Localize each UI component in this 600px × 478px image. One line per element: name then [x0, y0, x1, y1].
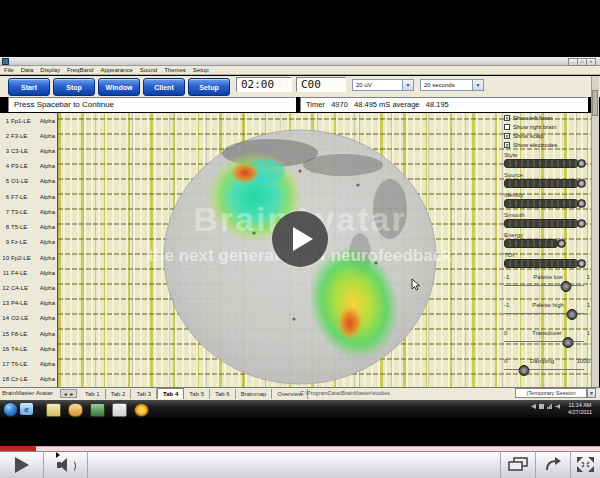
chevron-down-icon[interactable]: ▼	[587, 388, 596, 398]
taskbar-app-icon[interactable]	[90, 403, 105, 417]
channel-label: O2-LE	[11, 315, 35, 321]
channel-row[interactable]: 1Fp1-LEAlpha	[0, 113, 57, 128]
slider-knob[interactable]	[577, 179, 586, 188]
checkbox-show-electrodes[interactable]: ✕Show electrodes	[504, 140, 590, 149]
menu-sound[interactable]: Sound	[140, 67, 157, 73]
range-slider-palette-low[interactable]: -1Palette low1	[504, 274, 590, 297]
taskbar-clock[interactable]: 11:14 AM 4/27/2011	[562, 402, 598, 416]
amplitude-select[interactable]: 20 uV ▼	[352, 79, 414, 91]
menu-appearance[interactable]: Appearance	[100, 67, 132, 73]
slider-label: Identify	[504, 192, 523, 198]
tab-3[interactable]: Tab 3	[131, 389, 157, 399]
range-slider-palette-high[interactable]: -1Palette high1	[504, 302, 590, 325]
menubar: File Data Display FreqBand Appearance So…	[0, 66, 600, 75]
range-track[interactable]	[504, 313, 584, 314]
slider-track[interactable]	[504, 159, 578, 168]
volume-button[interactable]	[44, 451, 88, 478]
range-track[interactable]	[504, 369, 584, 370]
checkbox-icon[interactable]: ✕	[504, 142, 510, 148]
range-slider-damping[interactable]: 0Damping1000	[504, 358, 590, 381]
range-slider-transducer[interactable]: 0Transducer1	[504, 330, 590, 353]
channel-row[interactable]: 4P3-LEAlpha	[0, 159, 57, 174]
setup-button[interactable]: Setup	[188, 78, 230, 96]
slider-track[interactable]	[504, 179, 578, 188]
taskbar-app-icon[interactable]	[112, 403, 127, 417]
channel-number: 5	[2, 178, 9, 184]
play-overlay-button[interactable]	[272, 211, 328, 267]
channel-row[interactable]: 5O1-LEAlpha	[0, 174, 57, 189]
taskbar-app-icon[interactable]	[46, 403, 61, 417]
range-knob[interactable]	[567, 309, 578, 320]
tab-2[interactable]: Tab 2	[106, 389, 132, 399]
client-button[interactable]: Client	[143, 78, 185, 96]
chevron-down-icon[interactable]: ▼	[472, 80, 483, 90]
tray-app-icon[interactable]	[539, 404, 544, 409]
menu-display[interactable]: Display	[40, 67, 60, 73]
menu-setup[interactable]: Setup	[193, 67, 209, 73]
start-button[interactable]: Start	[8, 78, 50, 96]
channel-number: 3	[2, 148, 9, 154]
checkbox-show-left-brain[interactable]: ✕Show left brain	[504, 113, 590, 122]
slider-knob[interactable]	[577, 159, 586, 168]
range-track[interactable]	[504, 285, 584, 286]
channel-row[interactable]: 13P4-LEAlpha	[0, 296, 57, 311]
window-button[interactable]: Window	[98, 78, 140, 96]
stop-button[interactable]: Stop	[53, 78, 95, 96]
range-track[interactable]	[504, 341, 584, 342]
channel-number: 13	[2, 300, 9, 306]
internet-explorer-icon[interactable]: e	[20, 403, 33, 415]
pip-button[interactable]	[500, 451, 535, 478]
tab-brainmap[interactable]: Brainmap	[236, 389, 273, 399]
close-icon[interactable]: ✕	[586, 58, 596, 66]
channel-band: Alpha	[40, 163, 55, 169]
tab-scroll-arrows[interactable]: ◄ ►	[60, 389, 77, 398]
taskbar-app-icon[interactable]	[68, 403, 83, 417]
scrollbar-thumb[interactable]	[592, 90, 598, 116]
mode-display: C00	[296, 77, 346, 92]
channel-row[interactable]: 16T4-LEAlpha	[0, 341, 57, 356]
range-max: 1	[587, 330, 590, 336]
tab-4-active[interactable]: Tab 4	[157, 388, 184, 399]
channel-row[interactable]: 17T6-LEAlpha	[0, 357, 57, 372]
share-button[interactable]	[535, 451, 570, 478]
menu-themes[interactable]: Themes	[164, 67, 186, 73]
checkbox-icon[interactable]: ✕	[504, 115, 510, 121]
channel-row[interactable]: 18Cz-LEAlpha	[0, 372, 57, 387]
start-orb-icon[interactable]	[3, 402, 18, 417]
menu-file[interactable]: File	[4, 67, 14, 73]
timebase-select[interactable]: 20 seconds ▼	[420, 79, 484, 91]
tab-6[interactable]: Tab 6	[210, 389, 236, 399]
network-signal-icon[interactable]	[547, 404, 552, 409]
taskbar-app-icon[interactable]	[134, 403, 149, 417]
channel-band: Alpha	[40, 315, 55, 321]
channel-row[interactable]: 12C4-LEAlpha	[0, 280, 57, 295]
channel-row[interactable]: 11F4-LEAlpha	[0, 265, 57, 280]
checkbox-label: Show left brain	[513, 115, 553, 121]
checkbox-icon[interactable]: ✕	[504, 133, 510, 139]
chevron-down-icon[interactable]: ▼	[402, 80, 413, 90]
menu-data[interactable]: Data	[21, 67, 34, 73]
checkbox-show-right-brain[interactable]: Show right brain	[504, 122, 590, 131]
tray-speaker-icon[interactable]	[555, 404, 560, 409]
range-knob[interactable]	[519, 365, 530, 376]
range-knob[interactable]	[563, 337, 574, 348]
fullscreen-button[interactable]	[570, 451, 600, 478]
slider-style[interactable]: Style	[504, 152, 590, 169]
slider-source[interactable]: Source	[504, 172, 590, 189]
channel-row[interactable]: 3C3-LEAlpha	[0, 143, 57, 158]
menu-freqband[interactable]: FreqBand	[67, 67, 93, 73]
range-max: 1	[587, 274, 590, 280]
channel-row[interactable]: 14O2-LEAlpha	[0, 311, 57, 326]
checkbox-icon[interactable]	[504, 124, 510, 130]
session-selector[interactable]: (Temporary Session	[515, 388, 587, 398]
curved-arrow-icon	[544, 457, 562, 472]
tab-5[interactable]: Tab 5	[184, 389, 210, 399]
channel-row[interactable]: 2F3-LEAlpha	[0, 128, 57, 143]
range-knob[interactable]	[561, 281, 572, 292]
tray-hidden-icons-icon[interactable]	[531, 404, 536, 409]
play-button[interactable]	[0, 451, 44, 478]
channel-row[interactable]: 15F8-LEAlpha	[0, 326, 57, 341]
checkbox-show-scalp[interactable]: ✕Show scalp	[504, 131, 590, 140]
slider-label: Source	[504, 172, 523, 178]
tab-1[interactable]: Tab 1	[80, 389, 106, 399]
